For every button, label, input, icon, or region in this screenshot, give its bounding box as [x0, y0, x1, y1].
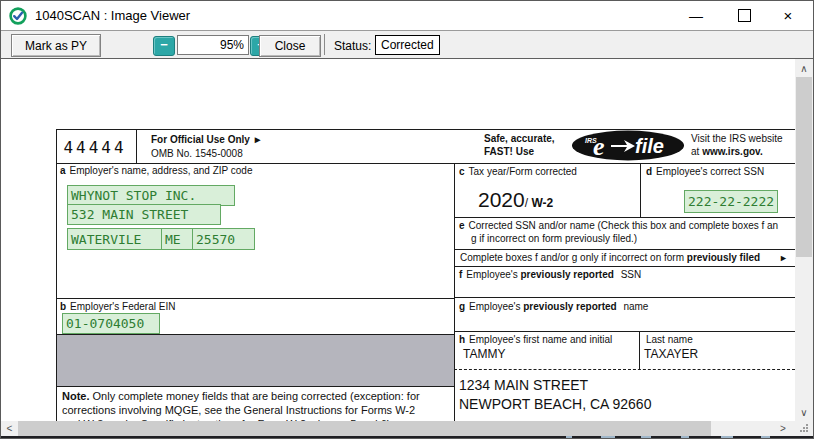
resize-grip[interactable] [800, 424, 809, 433]
app-logo-icon [9, 7, 27, 25]
official-use-label: For Official Use Only ► [151, 134, 263, 145]
tax-year-value: 2020/ W-2 [478, 188, 553, 212]
form-line [136, 129, 137, 163]
form-line [639, 331, 640, 369]
last-name-value: TAXAYER [644, 347, 698, 361]
efile-tagline-2: FAST! Use [484, 146, 534, 157]
visit-irs-line2: at www.irs.gov. [691, 146, 767, 157]
irs-efile-logo: IRS e file [571, 130, 685, 161]
status-label: Status: [334, 39, 371, 53]
window-title: 1040SCAN : Image Viewer [35, 8, 190, 23]
horizontal-scroll-thumb[interactable] [18, 421, 711, 436]
status-badge: Corrected [375, 35, 440, 55]
scroll-right-button[interactable]: > [774, 421, 792, 436]
mark-as-py-button[interactable]: Mark as PY [11, 34, 101, 57]
form-line [454, 163, 455, 421]
employee-ssn-value[interactable]: 222-22-2222 [684, 190, 778, 213]
form-line [454, 297, 795, 298]
form-line [56, 386, 454, 387]
form-type-value: W-2 [531, 196, 553, 210]
box-e-label-line2: g if incorrect on form previously filed.… [471, 233, 637, 244]
last-name-label: Last name [646, 334, 693, 345]
box-h-label: hEmployee's first name and initial [459, 334, 612, 345]
employer-name-value[interactable]: WHYNOT STOP INC. [67, 185, 235, 206]
background-window-sliver [1, 436, 813, 438]
box-g-label: gEmployee's previously reported name [459, 301, 648, 312]
box-b-label: bEmployer's Federal EIN [60, 301, 175, 312]
form-line [454, 266, 795, 267]
form-code-box: 44444 [59, 135, 131, 159]
form-line [454, 217, 795, 218]
visit-irs-line1: Visit the IRS website [691, 133, 783, 144]
app-window: 1040SCAN : Image Viewer — × Mark as PY −… [0, 0, 814, 439]
minimize-button[interactable]: — [679, 1, 713, 30]
irs-url: www.irs.gov. [702, 146, 763, 157]
box-a-label: aEmployer's name, address, and ZIP code [60, 165, 253, 176]
right-arrow-icon: ► [779, 253, 788, 263]
vertical-scroll-thumb[interactable] [796, 77, 812, 257]
employer-city-value[interactable]: WATERVILE [67, 228, 163, 250]
employer-zip-value[interactable]: 25570 [192, 228, 255, 250]
shaded-area [57, 335, 454, 386]
scroll-down-button[interactable]: ∨ [795, 403, 813, 421]
scroll-left-button[interactable]: < [1, 421, 18, 436]
svg-text:e: e [593, 132, 605, 161]
maximize-icon [738, 9, 751, 22]
toolbar: Mark as PY − + Close Status: Corrected [1, 31, 813, 59]
employer-ein-value[interactable]: 01-0704050 [62, 313, 160, 334]
vertical-scrollbar[interactable]: ∧ ∨ [795, 59, 813, 421]
box-e-label: eCorrected SSN and/or name (Check this b… [459, 220, 778, 231]
close-viewer-button[interactable]: Close [259, 35, 321, 57]
horizontal-scrollbar[interactable]: < > [1, 421, 813, 436]
title-bar: 1040SCAN : Image Viewer — × [1, 1, 813, 31]
box-d-label: dEmployee's correct SSN [646, 166, 764, 177]
note-line-1: Note. Only complete money fields that ar… [62, 390, 420, 402]
scroll-up-button[interactable]: ∧ [795, 59, 813, 77]
form-line [640, 163, 641, 217]
complete-boxes-note: Complete boxes f and/or g only if incorr… [460, 252, 764, 263]
box-c-label: cTax year/Form corrected [459, 166, 577, 177]
form-dashed-line [454, 369, 795, 370]
zoom-level-input[interactable] [177, 35, 249, 55]
form-line [454, 249, 795, 250]
efile-tagline-1: Safe, accurate, [484, 133, 555, 144]
form-line [454, 331, 795, 332]
first-name-value: TAMMY [463, 347, 505, 361]
employee-address-line1: 1234 MAIN STREET [459, 377, 588, 393]
maximize-button[interactable] [727, 1, 761, 30]
box-f-label: fEmployee's previously reported SSN [459, 269, 641, 280]
zoom-out-button[interactable]: − [153, 36, 175, 56]
document-canvas[interactable]: 44444 For Official Use Only ► OMB No. 15… [1, 59, 795, 421]
toolbar-separator [324, 34, 325, 55]
omb-number: OMB No. 1545-0008 [151, 148, 243, 159]
close-window-button[interactable]: × [771, 1, 805, 30]
svg-text:file: file [635, 135, 664, 157]
employer-street-value[interactable]: 532 MAIN STREET [67, 204, 221, 225]
employee-address-line2: NEWPORT BEACH, CA 92660 [459, 396, 651, 412]
form-line [56, 298, 454, 299]
form-line [56, 163, 795, 164]
note-line-2: corrections involving MQGE, see the Gene… [62, 404, 415, 416]
